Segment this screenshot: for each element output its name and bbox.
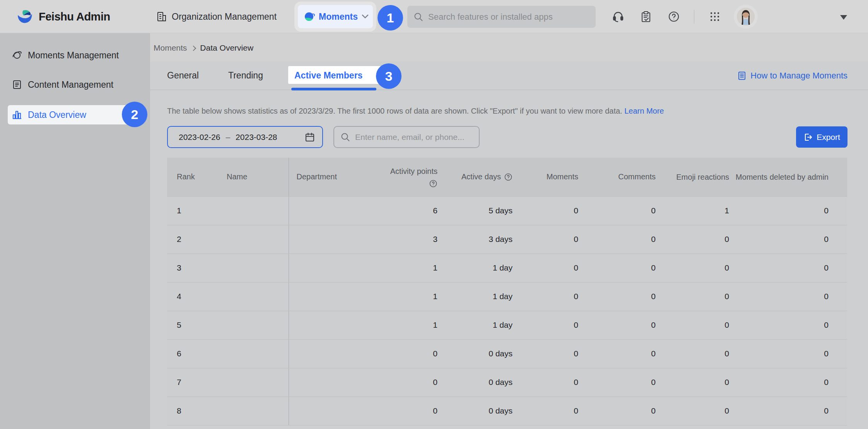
cell-rank: 4 [167,282,217,311]
cell-department [289,397,378,425]
cell-department [289,254,378,282]
global-search-input[interactable]: Search features or installed apps [407,6,596,28]
topbar-divider [694,10,694,24]
cell-deleted-by-admin: 0 [735,397,847,425]
cell-department [289,225,378,254]
export-button-label: Export [817,133,840,142]
support-headset-icon[interactable] [612,10,624,23]
col-header-moments-deleted: Moments deleted by admin [735,158,847,196]
col-header-active-days: Active days [443,158,518,196]
statistics-note: The table below shows statistics as of 2… [167,107,664,116]
cell-comments: 0 [584,311,661,339]
table-row: 700 days0000 [167,368,847,397]
cell-deleted-by-admin: 0 [735,339,847,368]
clipboard-report-icon[interactable] [640,10,652,23]
cell-activity-points: 1 [378,254,443,282]
app-switcher-moments[interactable]: Moments [298,5,373,28]
col-header-moments: Moments [518,158,584,196]
app-switcher-label: Moments [319,12,358,22]
cell-comments: 0 [584,254,661,282]
help-circle-icon[interactable] [429,179,437,188]
member-search-input[interactable]: Enter name, email, or phone... [333,126,480,148]
cell-emoji-reactions: 0 [661,254,735,282]
learn-more-link[interactable]: Learn More [624,107,664,115]
table-row: 511 day0000 [167,311,847,339]
cell-rank: 6 [167,339,217,368]
sidebar-item-moments-management[interactable]: Moments Management [0,47,150,64]
sidebar-item-label: Moments Management [28,50,119,61]
cell-name [217,282,289,311]
breadcrumb-moments[interactable]: Moments [154,43,187,53]
col-header-name: Name [217,158,289,196]
cell-activity-points: 3 [378,225,443,254]
cell-deleted-by-admin: 0 [735,282,847,311]
cell-department [289,311,378,339]
tutorial-step-badge-1: 1 [378,5,403,31]
tab-general[interactable]: General [167,61,199,90]
cell-department [289,368,378,397]
cell-department [289,196,378,225]
export-button[interactable]: Export [796,126,847,148]
cell-emoji-reactions: 1 [661,196,735,225]
table-row: 233 days0000 [167,225,847,254]
account-caret-icon[interactable] [840,15,847,20]
member-search-placeholder: Enter name, email, or phone... [355,133,465,142]
cell-deleted-by-admin: 0 [735,225,847,254]
feishu-logo: Feishu Admin [17,0,110,33]
cell-name [217,368,289,397]
search-icon [340,132,350,142]
cell-deleted-by-admin: 0 [735,196,847,225]
cell-name [217,196,289,225]
cell-active-days: 3 days [443,225,518,254]
global-search-placeholder: Search features or installed apps [428,12,553,22]
cell-activity-points: 1 [378,311,443,339]
cell-comments: 0 [584,196,661,225]
active-members-table: Rank Name Department Activity points [167,158,847,426]
cell-active-days: 0 days [443,397,518,425]
cell-rank: 5 [167,311,217,339]
cell-name [217,339,289,368]
cell-comments: 0 [584,339,661,368]
cell-emoji-reactions: 0 [661,282,735,311]
cell-active-days: 1 day [443,254,518,282]
sidebar-item-label: Content Management [28,80,113,90]
chevron-down-icon [362,14,369,19]
col-header-label: Activity points [390,166,437,176]
cell-deleted-by-admin: 0 [735,368,847,397]
cell-activity-points: 0 [378,368,443,397]
sidebar-item-content-management[interactable]: Content Management [0,76,150,93]
org-management-label: Organization Management [172,12,277,22]
help-circle-icon[interactable] [504,173,513,181]
export-icon [803,133,813,142]
col-header-emoji-reactions: Emoji reactions [661,158,735,196]
date-range-picker[interactable]: 2023-02-26 – 2023-03-28 [167,126,323,148]
tab-bar: General Trending Active Members 3 How to… [150,61,868,90]
cell-moments: 0 [518,254,584,282]
tab-active-members[interactable]: Active Members [294,61,362,90]
bar-chart-icon [12,109,22,120]
calendar-icon [304,132,315,143]
cell-comments: 0 [584,225,661,254]
tab-trending[interactable]: Trending [228,61,263,90]
user-avatar[interactable] [737,8,755,26]
cell-name [217,311,289,339]
date-range-end: 2023-03-28 [236,133,277,142]
cell-moments: 0 [518,368,584,397]
cell-activity-points: 1 [378,282,443,311]
table-row: 600 days0000 [167,339,847,368]
cell-activity-points: 0 [378,339,443,368]
search-icon [413,12,424,22]
cell-emoji-reactions: 0 [661,311,735,339]
statistics-note-text: The table below shows statistics as of 2… [167,107,622,115]
table-body: 165 days0010233 days0000311 day0000411 d… [167,196,847,425]
table-row: 411 day0000 [167,282,847,311]
how-to-manage-moments-link[interactable]: How to Manage Moments [737,61,847,90]
table-row: 165 days0010 [167,196,847,225]
cell-active-days: 0 days [443,368,518,397]
cell-moments: 0 [518,397,584,425]
cell-name [217,254,289,282]
org-management-nav[interactable]: Organization Management [156,0,277,33]
app-grid-icon[interactable] [709,10,721,23]
help-icon[interactable] [668,10,680,23]
col-header-comments: Comments [584,158,661,196]
